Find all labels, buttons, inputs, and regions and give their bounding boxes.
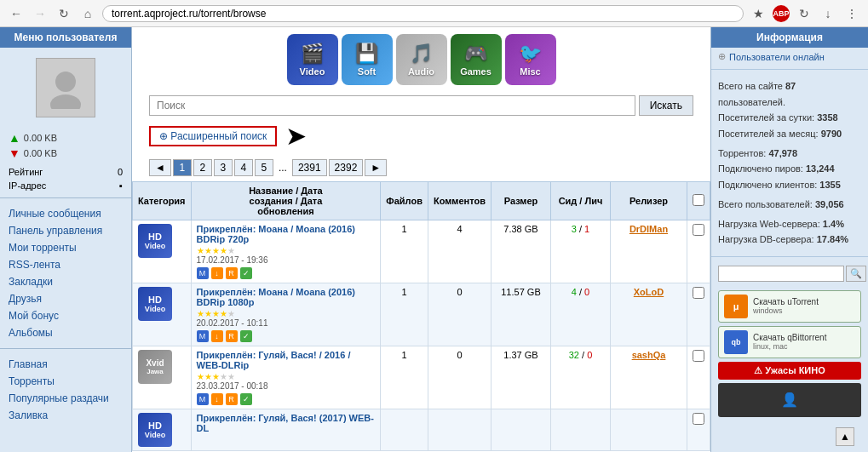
bookmark-button[interactable]: ★ [749, 4, 767, 23]
th-size: Размер [491, 182, 551, 220]
nav-friends[interactable]: Друзья [0, 290, 131, 307]
stat-clients: Подключено клиентов: 1355 [718, 177, 861, 193]
torrent-seeds-leeches: 3 / 1 [551, 220, 611, 283]
torrent-date: 20.02.2017 - 10:11 [197, 318, 376, 328]
magnet-icon[interactable]: M [197, 267, 209, 279]
page-prev[interactable]: ◄ [149, 159, 171, 176]
back-button[interactable]: ← [7, 4, 26, 23]
torrent-comments: 0 [428, 283, 491, 346]
nav-bookmarks[interactable]: Закладки [0, 273, 131, 290]
torrent-date: 17.02.2017 - 19:36 [197, 255, 376, 265]
page-3[interactable]: 3 [214, 159, 233, 176]
magnet-icon[interactable]: M [197, 330, 209, 342]
right-search-input[interactable] [718, 266, 844, 282]
dl-icon[interactable]: ↓ [211, 267, 223, 279]
category-audio[interactable]: 🎵 Audio [396, 34, 447, 85]
torrent-rating: ★★★★★ [197, 309, 376, 318]
rss-icon[interactable]: R [226, 393, 238, 405]
torrent-title-link[interactable]: Прикреплён: Гуляй, Вася! / 2016 / WEB-DL… [197, 350, 376, 370]
rss-icon[interactable]: R [226, 267, 238, 279]
refresh-button[interactable]: ↻ [795, 4, 813, 23]
select-all-checkbox[interactable] [693, 194, 704, 206]
torrent-files: 1 [381, 220, 428, 283]
torrent-rating: ★★★★★ [197, 372, 376, 381]
rating-value: 0 [118, 167, 123, 177]
utorrent-download-btn[interactable]: μ Скачать uTorrent windows [718, 290, 861, 323]
page-2[interactable]: 2 [193, 159, 212, 176]
scroll-top-button[interactable]: ▲ [836, 427, 854, 446]
torrent-checkbox[interactable] [693, 287, 704, 299]
kino-label: Ужасы КИНО [765, 365, 825, 375]
address-bar[interactable] [102, 5, 744, 22]
main-content: 🎬 Video 💾 Soft 🎵 Audio 🎮 Games 🐦 Misc [132, 27, 710, 452]
online-section[interactable]: ⊕ Пользователи онлайн [711, 48, 868, 66]
torrent-comments: 0 [428, 346, 491, 409]
nav-torrents[interactable]: Торренты [0, 373, 131, 390]
nav-messages[interactable]: Личные сообщения [0, 205, 131, 222]
category-badge-xvid: Xvid Jawa [138, 350, 172, 384]
advanced-search-toggle[interactable]: ⊕ Расширенный поиск [149, 126, 277, 146]
category-video[interactable]: 🎬 Video [287, 34, 338, 85]
nav-my-torrents[interactable]: Мои торренты [0, 239, 131, 256]
relizer-link[interactable]: DrDIMan [629, 224, 668, 234]
info-stats: Всего на сайте 87 пользователей. Посетит… [711, 73, 868, 253]
nav-albums[interactable]: Альбомы [0, 324, 131, 341]
dl-icon[interactable]: ↓ [211, 330, 223, 342]
page-next[interactable]: ► [365, 159, 387, 176]
category-games[interactable]: 🎮 Games [451, 34, 502, 85]
search-input[interactable] [149, 95, 635, 116]
seeds-count: 4 [572, 287, 577, 297]
nav-popular[interactable]: Популярные раздачи [0, 390, 131, 407]
torrent-files: 1 [381, 283, 428, 346]
torrent-icons: M ↓ R ✓ [197, 393, 376, 405]
page-1[interactable]: 1 [173, 159, 192, 176]
page-2392[interactable]: 2392 [329, 159, 364, 176]
nav-rss[interactable]: RSS-лента [0, 256, 131, 273]
download-button[interactable]: ↓ [819, 4, 837, 23]
torrent-checkbox[interactable] [693, 224, 704, 236]
menu-button[interactable]: ⋮ [842, 4, 861, 23]
pagination: ◄ 1 2 3 4 5 ... 2391 2392 ► [132, 154, 710, 181]
relizer-link[interactable]: sashQa [632, 350, 666, 360]
browser-bar: ← → ↻ ⌂ ★ ABP ↻ ↓ ⋮ [0, 0, 868, 27]
right-search-box: 🔍 [711, 260, 868, 287]
nav-bonus[interactable]: Мой бонус [0, 307, 131, 324]
category-soft[interactable]: 💾 Soft [342, 34, 393, 85]
th-seeds: Сид / Лич [551, 182, 611, 220]
game-banner[interactable]: 👤 [718, 383, 861, 417]
qbittorrent-label: Скачать qBittorrent [753, 333, 826, 342]
arrow-icon: ➤ [285, 121, 307, 151]
torrent-checkbox[interactable] [693, 413, 704, 425]
rss-icon[interactable]: R [226, 330, 238, 342]
check-icon: ✓ [240, 393, 252, 405]
home-button[interactable]: ⌂ [78, 4, 97, 23]
right-search-button[interactable]: 🔍 [846, 266, 866, 282]
relizer-link[interactable]: XoLoD [634, 287, 664, 297]
page-5[interactable]: 5 [255, 159, 273, 176]
stat-total-users: Всего на сайте 87 пользователей. [718, 78, 861, 110]
qbittorrent-download-btn[interactable]: qb Скачать qBittorrent linux, mac [718, 326, 861, 358]
page-2391[interactable]: 2391 [292, 159, 327, 176]
svg-point-0 [55, 72, 76, 92]
torrent-checkbox-cell [687, 283, 710, 346]
rating-label: Рейтинг [9, 167, 43, 177]
seeds-count: 32 [569, 350, 579, 360]
search-button[interactable]: Искать [639, 95, 693, 116]
category-misc[interactable]: 🐦 Misc [505, 34, 556, 85]
stat-db-load: Нагрузка DB-сервера: 17.84% [718, 232, 861, 248]
nav-panel[interactable]: Панель управления [0, 222, 131, 239]
reload-button[interactable]: ↻ [55, 4, 73, 23]
torrent-title-link[interactable]: Прикреплён: Моана / Moana (2016) BDRip 1… [197, 287, 376, 307]
advanced-search-wrapper: ⊕ Расширенный поиск ➤ [149, 121, 693, 151]
torrent-title-link[interactable]: Прикреплён: Моана / Moana (2016) BDRip 7… [197, 224, 376, 244]
nav-home[interactable]: Главная [0, 356, 131, 373]
kino-banner[interactable]: ⚠ Ужасы КИНО [718, 362, 861, 380]
magnet-icon[interactable]: M [197, 393, 209, 405]
nav-upload[interactable]: Заливка [0, 407, 131, 424]
dl-icon[interactable]: ↓ [211, 393, 223, 405]
torrent-checkbox[interactable] [693, 350, 704, 362]
torrent-title-link[interactable]: Прикреплён: Гуляй, Вася! (2017) WEB-DL [197, 413, 376, 433]
page-4[interactable]: 4 [234, 159, 253, 176]
forward-button[interactable]: → [31, 4, 49, 23]
seeds-count: 3 [572, 224, 577, 234]
